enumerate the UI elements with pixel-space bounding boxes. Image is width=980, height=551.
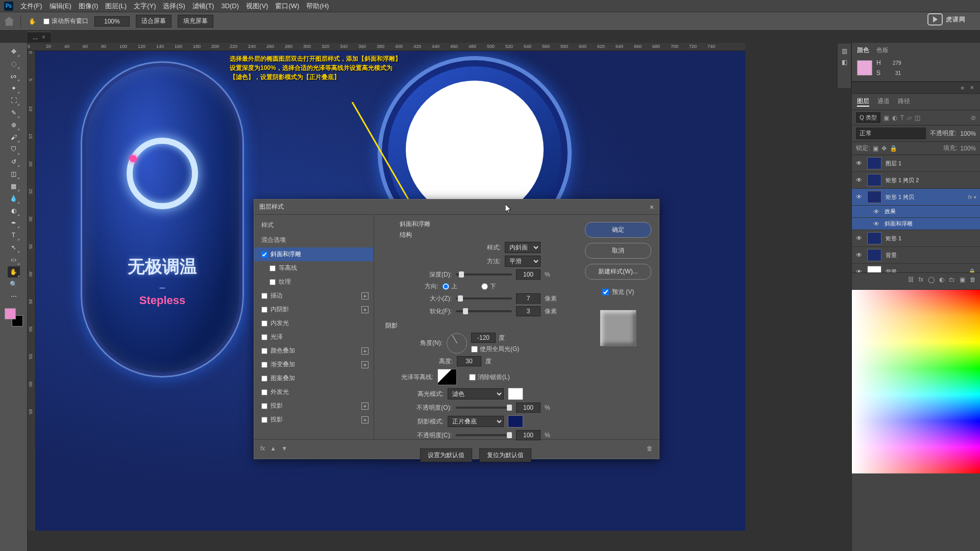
visibility-icon[interactable]: 👁 xyxy=(873,208,880,215)
size-input[interactable]: 7 xyxy=(516,293,541,304)
close-tab-icon[interactable]: × xyxy=(42,34,45,41)
menu-select[interactable]: 选择(S) xyxy=(163,2,185,11)
wand-tool-icon[interactable]: ✦ xyxy=(8,83,20,94)
visibility-icon[interactable]: 👁 xyxy=(873,220,880,228)
layer-row[interactable]: 👁背景 xyxy=(852,247,980,264)
crop-tool-icon[interactable]: ⛶ xyxy=(8,95,20,106)
effect-外发光[interactable]: 外发光 xyxy=(254,385,374,399)
dodge-tool-icon[interactable]: ◐ xyxy=(8,205,20,216)
collapsed-panels[interactable]: ▥ ◧ xyxy=(837,43,851,89)
angle-control[interactable] xyxy=(447,333,467,354)
fit-screen-button[interactable]: 适合屏幕 xyxy=(136,15,172,28)
link-icon[interactable]: ⛓ xyxy=(908,276,914,283)
menu-image[interactable]: 图像(I) xyxy=(79,2,98,11)
reset-default-button[interactable]: 复位为默认值 xyxy=(479,448,531,462)
preview-checkbox[interactable]: 预览 (V) xyxy=(602,288,634,296)
effect-图案叠加[interactable]: 图案叠加 xyxy=(254,371,374,385)
menu-view[interactable]: 视图(V) xyxy=(246,2,268,11)
method-select[interactable]: 平滑 xyxy=(505,256,541,267)
shadow-opacity-input[interactable]: 100 xyxy=(516,430,541,440)
blend-mode-select[interactable]: 正常 xyxy=(856,128,926,139)
fg-color-swatch[interactable] xyxy=(5,308,16,319)
fx-badge-icon[interactable]: fx ▾ xyxy=(968,194,976,200)
gloss-contour[interactable] xyxy=(437,369,457,385)
hand-tool-icon[interactable]: ✋ xyxy=(8,266,20,278)
path-select-icon[interactable]: ↖ xyxy=(8,242,20,253)
color-swatch[interactable] xyxy=(857,60,872,76)
add-instance-icon[interactable]: + xyxy=(361,347,369,355)
global-light-checkbox[interactable]: 使用全局光(G) xyxy=(471,345,519,354)
visibility-icon[interactable]: 👁 xyxy=(856,235,863,242)
styles-header[interactable]: 样式 xyxy=(254,218,374,233)
layer-row[interactable]: 👁背景🔒 xyxy=(852,264,980,272)
lock-all-icon[interactable]: 🔒 xyxy=(890,145,897,152)
panel-icon[interactable]: ▥ xyxy=(842,47,847,55)
filter-type-icon[interactable]: T xyxy=(900,114,904,121)
s-value[interactable]: 31 xyxy=(885,70,901,76)
up-icon[interactable]: ▲ xyxy=(270,445,276,452)
brush-tool-icon[interactable]: 🖌 xyxy=(8,132,20,143)
layer-row[interactable]: 👁斜面和浮雕 xyxy=(852,218,980,230)
menu-help[interactable]: 帮助(H) xyxy=(306,2,329,11)
highlight-opacity-input[interactable]: 100 xyxy=(516,403,541,413)
highlight-opacity-slider[interactable] xyxy=(456,407,512,409)
highlight-color-swatch[interactable] xyxy=(508,388,523,400)
visibility-icon[interactable]: 👁 xyxy=(856,252,863,259)
zoom-tool-icon[interactable]: 🔍 xyxy=(8,279,20,290)
collapse-icon[interactable]: « xyxy=(959,84,966,91)
filter-toggle-icon[interactable]: ⊘ xyxy=(971,114,976,121)
mask-icon[interactable]: ◯ xyxy=(928,276,935,283)
direction-down-radio[interactable]: 下 xyxy=(481,282,516,291)
fx-icon[interactable]: fx xyxy=(260,445,265,452)
delete-icon[interactable]: 🗑 xyxy=(970,276,976,283)
blend-options-header[interactable]: 混合选项 xyxy=(254,233,374,247)
history-brush-icon[interactable]: ↺ xyxy=(8,156,20,167)
blur-tool-icon[interactable]: 💧 xyxy=(8,193,20,204)
tab-swatches[interactable]: 色板 xyxy=(876,46,889,55)
document-tab[interactable]: ... × xyxy=(28,32,51,42)
fx-icon[interactable]: fx xyxy=(919,276,923,283)
trash-icon[interactable]: 🗑 xyxy=(647,445,653,452)
menu-file[interactable]: 文件(F) xyxy=(20,2,42,11)
dialog-close-icon[interactable]: × xyxy=(650,203,654,211)
layer-row[interactable]: 👁效果 xyxy=(852,206,980,218)
color-picker-panel[interactable] xyxy=(852,290,980,473)
filter-smart-icon[interactable]: ◫ xyxy=(915,114,920,121)
layer-row[interactable]: 👁矩形 1 拷贝 2 xyxy=(852,172,980,189)
hand-tool-icon[interactable]: ✋ xyxy=(27,16,37,27)
visibility-icon[interactable]: 👁 xyxy=(856,193,863,201)
add-instance-icon[interactable]: + xyxy=(361,361,369,368)
marquee-tool-icon[interactable]: ◌ xyxy=(8,58,20,69)
effect-斜面和浮雕[interactable]: 斜面和浮雕 xyxy=(254,247,374,261)
effect-等高线[interactable]: 等高线 xyxy=(254,261,374,275)
soften-input[interactable]: 3 xyxy=(516,306,541,316)
visibility-icon[interactable]: 👁 xyxy=(856,160,863,167)
move-tool-icon[interactable]: ✥ xyxy=(8,46,20,57)
dialog-titlebar[interactable]: 图层样式 × xyxy=(254,199,659,215)
shadow-color-swatch[interactable] xyxy=(508,415,523,428)
ok-button[interactable]: 确定 xyxy=(585,222,651,238)
filter-shape-icon[interactable]: ▱ xyxy=(907,114,912,121)
tab-paths[interactable]: 路径 xyxy=(898,97,910,107)
highlight-mode-select[interactable]: 滤色 xyxy=(448,388,504,399)
zoom-level[interactable]: 100% xyxy=(94,16,130,27)
shadow-opacity-slider[interactable] xyxy=(456,434,512,436)
tab-color[interactable]: 颜色 xyxy=(857,46,869,55)
menu-3d[interactable]: 3D(D) xyxy=(221,2,239,10)
group-icon[interactable]: 🗀 xyxy=(949,276,955,283)
layer-row[interactable]: 👁矩形 1 拷贝fx ▾ xyxy=(852,189,980,206)
effect-投影[interactable]: 投影+ xyxy=(254,399,374,413)
effect-内阴影[interactable]: 内阴影+ xyxy=(254,303,374,316)
effect-内发光[interactable]: 内发光 xyxy=(254,316,374,330)
home-icon[interactable] xyxy=(4,17,14,26)
lock-position-icon[interactable]: ✥ xyxy=(881,145,887,152)
filter-adjust-icon[interactable]: ◐ xyxy=(892,114,897,121)
gradient-tool-icon[interactable]: ▦ xyxy=(8,181,20,192)
add-instance-icon[interactable]: + xyxy=(361,306,369,313)
edit-toolbar-icon[interactable]: ⋯ xyxy=(8,291,20,302)
angle-input[interactable]: -120 xyxy=(471,333,496,343)
shadow-mode-select[interactable]: 正片叠底 xyxy=(448,416,504,427)
shape-tool-icon[interactable]: ▭ xyxy=(8,254,20,265)
antialias-checkbox[interactable]: 消除锯齿(L) xyxy=(469,373,510,382)
effect-描边[interactable]: 描边+ xyxy=(254,289,374,303)
